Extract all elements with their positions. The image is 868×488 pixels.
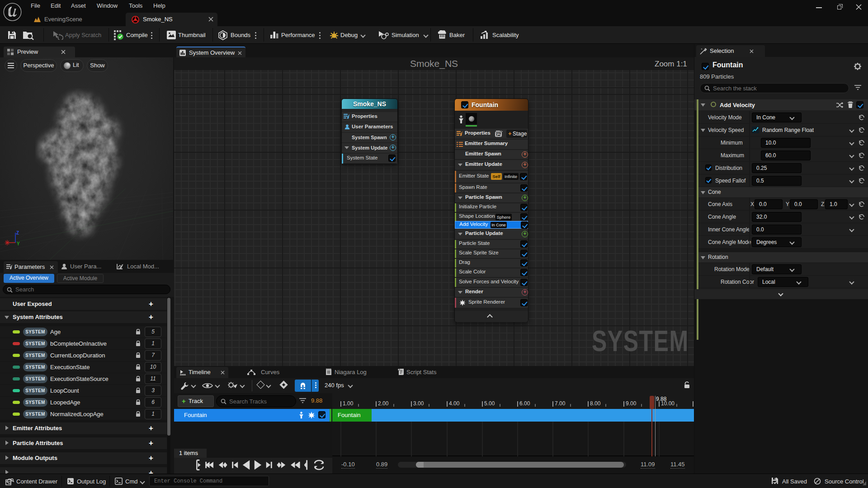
- svg-text:Z: Z: [16, 230, 19, 235]
- svg-text:Y: Y: [17, 241, 20, 246]
- svg-text:CPU: CPU: [495, 133, 502, 136]
